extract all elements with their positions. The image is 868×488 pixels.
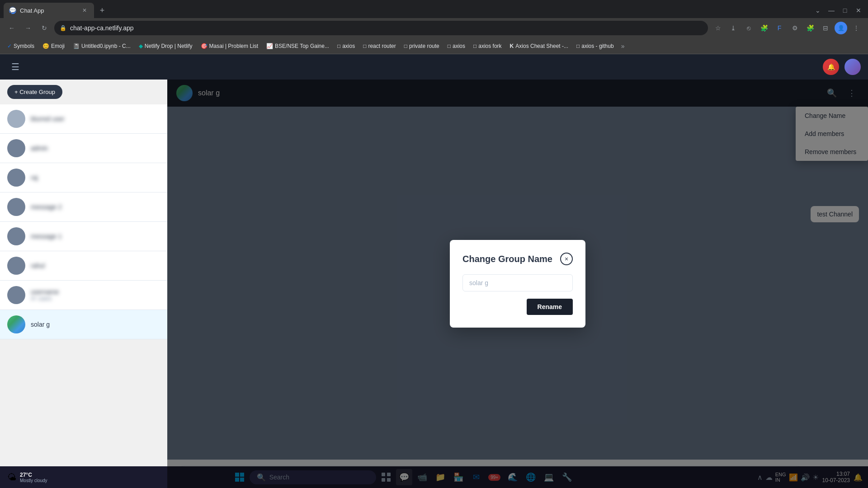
chat-item[interactable]: blurred user	[0, 104, 167, 134]
bookmark-label: Masai | Problem List	[209, 43, 259, 49]
tab-favicon: 💬	[9, 7, 16, 14]
axios-github-icon: □	[576, 43, 580, 49]
bse-icon: 📈	[266, 43, 273, 49]
bookmark-masai[interactable]: 🎯 Masai | Problem List	[197, 41, 262, 51]
chat-info: blurred user	[31, 115, 160, 122]
app-toolbar: ☰ 🔔	[0, 54, 868, 80]
react-router-icon: □	[363, 43, 366, 49]
chat-info: raj	[31, 174, 160, 181]
forward-btn[interactable]: →	[22, 22, 34, 34]
menu-btn[interactable]: ⋮	[850, 22, 863, 34]
user-avatar-btn[interactable]	[844, 59, 861, 75]
hamburger-icon[interactable]: ☰	[7, 59, 24, 75]
bookmark-label: Emoji	[51, 43, 65, 49]
new-tab-button[interactable]: +	[96, 4, 108, 17]
bookmark-label: axios	[342, 43, 355, 49]
notification-bell-container: 🔔	[823, 59, 839, 75]
bookmark-react-router[interactable]: □ react router	[359, 41, 400, 51]
bookmark-emoji[interactable]: 😊 Emoji	[39, 41, 68, 51]
chat-avatar	[7, 257, 25, 275]
chat-name: rahul	[31, 262, 160, 269]
chat-info: admin	[31, 145, 160, 152]
bookmark-netlify[interactable]: ◆ Netlify Drop | Netlify	[135, 41, 196, 51]
browser-chrome: 💬 Chat App ✕ + ⌄ — □ ✕ ← → ↻ 🔒 chat-app-…	[0, 0, 868, 54]
chat-avatar	[7, 139, 25, 157]
create-group-button[interactable]: + Create Group	[7, 85, 62, 99]
notebook-icon: 📓	[73, 43, 80, 49]
chat-avatar	[7, 198, 25, 216]
maximize-window-btn[interactable]: □	[839, 5, 851, 16]
chat-info: message 2	[31, 203, 160, 211]
minimize-window-btn[interactable]: —	[826, 5, 837, 16]
modal-group-name-input[interactable]	[462, 274, 573, 291]
chat-name: blurred user	[31, 115, 160, 122]
bookmark-axios-github[interactable]: □ axios - github	[573, 41, 618, 51]
modal-overlay: Change Group Name × Rename	[167, 80, 868, 488]
temperature: 27°C	[20, 472, 47, 478]
bookmark-symbols[interactable]: ✓ Symbols	[4, 41, 38, 51]
address-bar: ← → ↻ 🔒 chat-app-ca.netlify.app ☆ ⤓ ⎋ 🧩 …	[0, 18, 868, 38]
bookmark-axios[interactable]: □ axios	[334, 41, 359, 51]
modal-footer: Rename	[462, 299, 573, 315]
sidebar-header: + Create Group	[0, 80, 167, 104]
tab-bar-right: ⌄ — □ ✕	[812, 5, 864, 16]
tab-close-btn[interactable]: ✕	[80, 6, 89, 14]
url-bar[interactable]: 🔒 chat-app-ca.netlify.app	[54, 21, 708, 35]
chat-name: username	[31, 288, 160, 296]
chat-name: solar g	[31, 321, 160, 328]
chat-name: message 2	[31, 203, 160, 211]
download-btn[interactable]: ⤓	[727, 22, 740, 34]
bookmark-star-btn[interactable]: ☆	[712, 22, 724, 34]
rename-button[interactable]: Rename	[527, 299, 573, 315]
chat-item[interactable]: message 1	[0, 222, 167, 251]
chat-info: username 4+ users	[31, 288, 160, 302]
bookmark-axios-cheat[interactable]: K Axios Cheat Sheet -...	[506, 41, 572, 51]
chat-name: raj	[31, 174, 160, 181]
bookmark-label: axios	[453, 43, 465, 49]
profile-switcher-btn[interactable]: F	[773, 22, 786, 34]
taskbar-left: 🌤 27°C Mostly cloudy	[0, 472, 55, 483]
chat-avatar	[7, 169, 25, 187]
change-group-name-modal: Change Group Name × Rename	[450, 240, 585, 328]
bookmark-bse[interactable]: 📈 BSE/NSE Top Gaine...	[263, 41, 333, 51]
bookmark-axios-fork[interactable]: □ axios fork	[470, 41, 505, 51]
emoji-icon: 😊	[42, 43, 49, 49]
extensions-btn[interactable]: 🧩	[758, 22, 770, 34]
bookmark-axios2[interactable]: □ axios	[444, 41, 469, 51]
modal-close-btn[interactable]: ×	[560, 253, 573, 265]
settings-btn[interactable]: ⚙	[788, 22, 801, 34]
chat-avatar-group	[7, 315, 25, 333]
bookmark-private-route[interactable]: □ private route	[401, 41, 443, 51]
chat-name: message 1	[31, 233, 160, 240]
notification-bell-btn[interactable]: 🔔	[823, 59, 839, 75]
private-route-icon: □	[404, 43, 407, 49]
bookmarks-more-btn[interactable]: »	[618, 41, 627, 52]
back-btn[interactable]: ←	[5, 22, 18, 34]
chat-main: solar g 🔍 ⋮ Change Name Add members Remo…	[167, 80, 868, 488]
bookmark-untitled[interactable]: 📓 Untitled0.ipynb - C...	[69, 41, 134, 51]
tab-title: Chat App	[20, 7, 77, 14]
weather-icon: 🌤	[7, 472, 16, 483]
address-bar-right: ☆ ⤓ ⎋ 🧩 F ⚙ 🧩 ⊟ 👤 ⋮	[712, 22, 863, 34]
sidebar-btn[interactable]: ⊟	[819, 22, 832, 34]
chat-item[interactable]: admin	[0, 134, 167, 163]
chat-item[interactable]: message 2	[0, 192, 167, 222]
bookmark-label: react router	[368, 43, 396, 49]
chat-item[interactable]: rahul	[0, 251, 167, 281]
weather-info: 27°C Mostly cloudy	[20, 472, 47, 483]
chat-item[interactable]: username 4+ users	[0, 281, 167, 310]
netlify-icon: ◆	[139, 43, 143, 49]
reload-btn[interactable]: ↻	[38, 22, 51, 34]
active-tab[interactable]: 💬 Chat App ✕	[4, 3, 94, 18]
sidebar: + Create Group blurred user admin	[0, 80, 167, 488]
minimize-tabs-btn[interactable]: ⌄	[812, 5, 824, 16]
chat-item[interactable]: raj	[0, 163, 167, 192]
share-btn[interactable]: ⎋	[742, 22, 755, 34]
extensions-manage-btn[interactable]: 🧩	[804, 22, 816, 34]
bookmark-label: axios fork	[478, 43, 501, 49]
close-window-btn[interactable]: ✕	[853, 5, 864, 16]
profile-avatar-btn[interactable]: 👤	[835, 22, 847, 34]
chat-item-solar-g[interactable]: solar g	[0, 310, 167, 339]
chat-info: message 1	[31, 233, 160, 240]
axios-icon: □	[337, 43, 340, 49]
